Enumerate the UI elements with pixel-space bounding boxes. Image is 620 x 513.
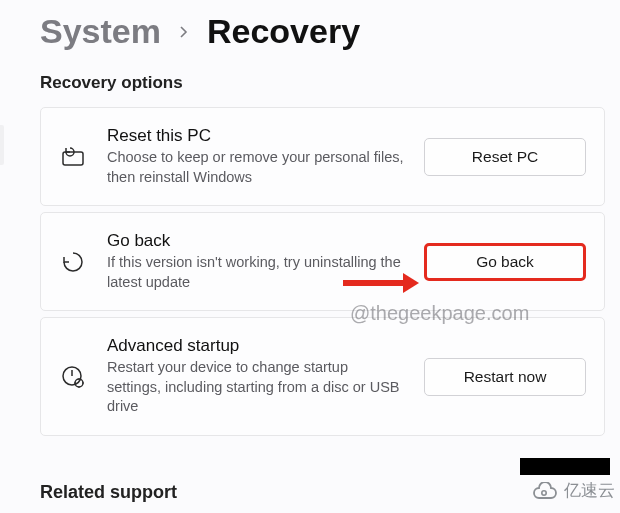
option-advanced-startup: Advanced startup Restart your device to … [40, 317, 605, 436]
go-back-button[interactable]: Go back [424, 243, 586, 281]
option-title: Reset this PC [107, 126, 404, 146]
svg-point-2 [75, 379, 83, 387]
option-title: Advanced startup [107, 336, 404, 356]
advanced-startup-icon [59, 364, 87, 390]
overlay-blackbar [520, 458, 610, 475]
go-back-icon [59, 249, 87, 275]
recovery-options-list: Reset this PC Choose to keep or remove y… [40, 107, 605, 436]
svg-point-3 [542, 490, 546, 494]
option-reset-this-pc: Reset this PC Choose to keep or remove y… [40, 107, 605, 206]
chevron-right-icon [179, 25, 189, 43]
reset-pc-button[interactable]: Reset PC [424, 138, 586, 176]
breadcrumb: System Recovery [40, 12, 620, 51]
annotation-arrow [343, 273, 419, 293]
option-desc: Choose to keep or remove your personal f… [107, 148, 404, 187]
section-title-recovery-options: Recovery options [40, 73, 620, 93]
vendor-badge: 亿速云 [532, 479, 615, 502]
vendor-badge-text: 亿速云 [564, 479, 615, 502]
option-go-back: Go back If this version isn't working, t… [40, 212, 605, 311]
cloud-icon [532, 482, 558, 500]
restart-now-button[interactable]: Restart now [424, 358, 586, 396]
sidebar-edge [0, 125, 4, 165]
option-title: Go back [107, 231, 404, 251]
recovery-page: System Recovery Recovery options Reset t… [0, 0, 620, 503]
breadcrumb-root[interactable]: System [40, 12, 161, 51]
watermark-text: @thegeekpage.com [350, 302, 529, 325]
option-desc: Restart your device to change startup se… [107, 358, 404, 417]
reset-pc-icon [59, 145, 87, 169]
breadcrumb-leaf: Recovery [207, 12, 360, 51]
